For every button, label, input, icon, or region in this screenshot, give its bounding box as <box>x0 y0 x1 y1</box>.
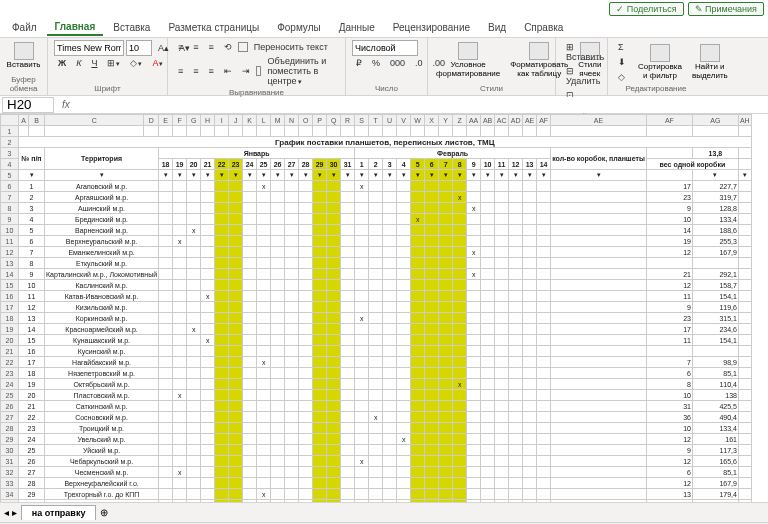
formula-bar: fx <box>0 96 768 114</box>
share-button[interactable]: ✓ Поделиться <box>609 2 683 16</box>
align-center[interactable]: ≡ <box>189 64 202 78</box>
comments-button[interactable]: ✎ Примечания <box>688 2 764 16</box>
sort-filter[interactable]: Сортировка и фильтр <box>636 42 684 83</box>
font-color[interactable]: A <box>148 56 167 70</box>
paste-button[interactable]: Вставить <box>6 40 41 72</box>
underline-button[interactable]: Ч <box>87 56 101 70</box>
find-select[interactable]: Найти и выделить <box>690 42 730 83</box>
tab-Разметка страницы[interactable]: Разметка страницы <box>160 20 267 35</box>
cond-format[interactable]: Условное форматирование <box>434 40 502 81</box>
worksheet[interactable]: ABCDEFGHIJKLMNOPQRSTUVWXYZAAABACADAEAFAE… <box>0 114 768 502</box>
border-button[interactable]: ⊞ <box>103 56 124 70</box>
tab-Вставка[interactable]: Вставка <box>105 20 158 35</box>
align-left[interactable]: ≡ <box>174 64 187 78</box>
insert-cell[interactable]: ⊞ Вставить <box>562 40 608 64</box>
wrap-text[interactable]: Переносить текст <box>250 40 332 54</box>
formula-input[interactable] <box>76 97 768 113</box>
align-bot[interactable]: ≡ <box>205 40 218 54</box>
tab-Формулы[interactable]: Формулы <box>269 20 329 35</box>
delete-cell[interactable]: ⊟ Удалить <box>562 64 604 88</box>
bold-button[interactable]: Ж <box>54 56 70 70</box>
tab-Файл[interactable]: Файл <box>4 20 45 35</box>
align-top[interactable]: ≡ <box>174 40 187 54</box>
comma[interactable]: 000 <box>386 56 409 70</box>
ribbon-tabs: ФайлГлавнаяВставкаРазметка страницыФорму… <box>0 18 768 38</box>
fill-color[interactable]: ◇ <box>126 56 146 70</box>
currency[interactable]: ₽ <box>352 56 366 70</box>
sheet-nav[interactable]: ◂ ▸ <box>4 507 17 518</box>
align-right[interactable]: ≡ <box>205 64 218 78</box>
name-box[interactable] <box>2 97 54 113</box>
tab-Главная[interactable]: Главная <box>47 19 104 36</box>
add-sheet[interactable]: ⊕ <box>100 507 108 518</box>
percent[interactable]: % <box>368 56 384 70</box>
sheet-tab[interactable]: на отправку <box>21 505 97 520</box>
clear[interactable]: ◇ <box>614 70 630 84</box>
italic-button[interactable]: К <box>72 56 85 70</box>
merge-check[interactable] <box>256 66 262 76</box>
tab-Данные[interactable]: Данные <box>331 20 383 35</box>
align-mid[interactable]: ≡ <box>189 40 202 54</box>
font-name-select[interactable] <box>54 40 124 56</box>
orientation[interactable]: ⟲ <box>220 40 236 54</box>
fill[interactable]: ⬇ <box>614 55 630 69</box>
wrap-check[interactable] <box>238 42 248 52</box>
tab-Справка[interactable]: Справка <box>516 20 571 35</box>
font-size-select[interactable] <box>126 40 152 56</box>
number-format[interactable] <box>352 40 418 56</box>
ribbon: Вставить Буфер обмена A▴ A▾ Ж К Ч ⊞ ◇ A … <box>0 38 768 96</box>
indent-inc[interactable]: ⇥ <box>238 64 254 78</box>
dec-inc[interactable]: .0 <box>411 56 427 70</box>
sheet-tab-bar: ◂ ▸ на отправку ⊕ <box>0 502 768 522</box>
tab-Вид[interactable]: Вид <box>480 20 514 35</box>
indent-dec[interactable]: ⇤ <box>220 64 236 78</box>
merge-button[interactable]: Объединить и поместить в центре <box>263 54 339 88</box>
autosum[interactable]: Σ <box>614 40 630 54</box>
fx-icon[interactable]: fx <box>56 99 76 110</box>
tab-Рецензирование[interactable]: Рецензирование <box>385 20 478 35</box>
